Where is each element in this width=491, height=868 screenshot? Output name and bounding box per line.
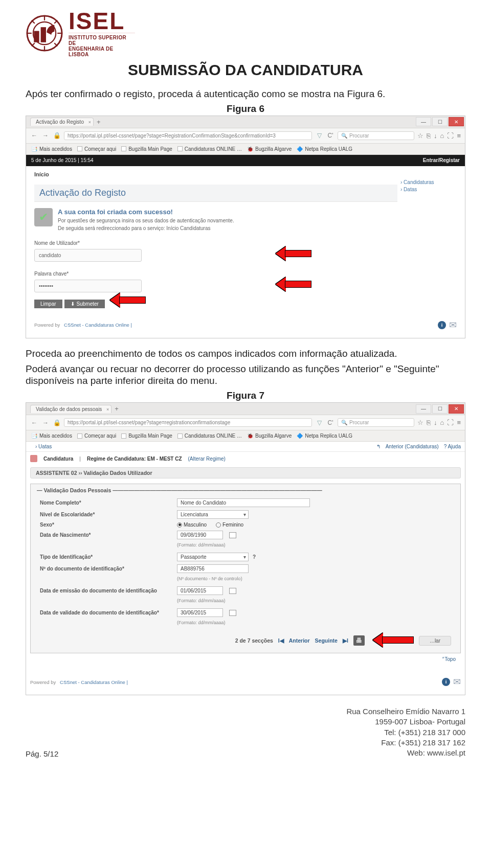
forward-icon[interactable]: → — [41, 419, 50, 427]
emissao-input[interactable] — [177, 586, 223, 595]
browser-tab[interactable]: Validação de dados pessoais × — [30, 405, 111, 413]
home-icon[interactable]: ⌂ — [440, 132, 444, 140]
page-number: Pág. 5/12 — [26, 749, 58, 758]
bookmark-item[interactable]: Bugzilla Main Page — [121, 146, 172, 152]
logo-sub2: ENGENHARIA DE LISBOA — [69, 46, 113, 57]
success-sub1: Por questões de segurança insira os seus… — [58, 218, 234, 223]
calendar-icon[interactable] — [229, 610, 236, 616]
reader-icon[interactable]: ▽ — [315, 131, 323, 140]
site-date: 5 de Junho de 2015 | 15:54 — [31, 157, 94, 163]
close-window-button[interactable]: ✕ — [449, 117, 464, 126]
address-input[interactable]: https://portal.ipl.pt/isel-cssnet/page?s… — [64, 131, 312, 140]
annotation-arrow-icon — [276, 247, 311, 260]
history-icon[interactable]: C' — [326, 131, 334, 140]
fullscreen-icon[interactable]: ⛶ — [447, 419, 454, 426]
bookmark-item[interactable]: Começar aqui — [77, 433, 116, 439]
close-tab-icon[interactable]: × — [88, 120, 91, 125]
bookmark-item[interactable]: 🐞 Bugzilla Algarve — [247, 433, 292, 439]
bookmark-item[interactable]: Começar aqui — [77, 146, 116, 152]
browser-tab[interactable]: Activação do Registo × — [30, 118, 94, 126]
bookmark-item[interactable]: 🔷 Netpa Replica UALG — [297, 146, 352, 152]
emissao-format-hint: (Formato: dd/mm/aaaa) — [177, 598, 451, 603]
calendar-icon[interactable] — [229, 588, 236, 594]
fullscreen-icon[interactable]: ⛶ — [447, 132, 454, 140]
cancel-button[interactable]: …lar — [419, 636, 451, 646]
pager-first-icon[interactable]: I◀ — [278, 637, 284, 644]
home-icon[interactable]: ⌂ — [440, 419, 444, 426]
maximize-button[interactable]: ☐ — [432, 404, 448, 414]
minimize-button[interactable]: — — [416, 404, 431, 414]
info-icon[interactable]: i — [438, 321, 446, 329]
calendar-icon[interactable] — [229, 532, 236, 538]
download-icon[interactable]: ↓ — [434, 132, 437, 140]
bookmark-item[interactable]: Candidaturas ONLINE … — [177, 146, 242, 152]
forward-icon[interactable]: → — [41, 131, 50, 140]
help-link[interactable]: ? Ajuda — [444, 444, 461, 449]
star-icon[interactable]: ☆ — [417, 419, 423, 426]
ndoc-input[interactable] — [177, 564, 249, 573]
login-link[interactable]: Entrar/Registar — [423, 157, 460, 163]
mail-icon[interactable]: ✉ — [449, 319, 457, 331]
search-input[interactable]: 🔍 Procurar — [338, 418, 414, 427]
crumb-regime: Regime de Candidatura: EM - MEST CZ — [87, 456, 182, 462]
bookmark-item[interactable]: 📑 Mais acedidos — [31, 433, 72, 439]
back-to-top-link[interactable]: Topo — [30, 653, 461, 665]
help-icon[interactable]: ? — [253, 554, 256, 560]
minimize-button[interactable]: — — [416, 117, 431, 126]
footer-city: 1959-007 Lisboa- Portugal — [346, 717, 465, 727]
cssnet-link[interactable]: CSSnet - Candidaturas Online | — [60, 679, 128, 685]
info-icon[interactable]: i — [442, 678, 450, 686]
alterar-regime-link[interactable]: (Alterar Regime) — [188, 456, 226, 462]
nivel-select[interactable]: Licenciatura — [177, 510, 249, 519]
new-tab-button[interactable]: + — [115, 405, 119, 413]
new-tab-button[interactable]: + — [97, 118, 101, 126]
maximize-button[interactable]: ☐ — [432, 117, 448, 126]
cssnet-link[interactable]: CSSnet - Candidaturas Online | — [64, 322, 132, 328]
menu-icon[interactable]: ≡ — [457, 419, 461, 426]
back-arrow-icon[interactable]: ↰ — [376, 444, 381, 449]
powered-by-label: Powered by — [34, 322, 60, 328]
history-icon[interactable]: C' — [326, 419, 334, 427]
pager-anterior-link[interactable]: Anterior — [289, 637, 310, 644]
bookmark-item[interactable]: 🐞 Bugzilla Algarve — [247, 146, 292, 152]
bookmark-item[interactable]: Bugzilla Main Page — [121, 433, 172, 439]
panel-title: Activação do Registo — [34, 185, 397, 202]
sexo-feminino-radio[interactable]: Feminino — [216, 522, 243, 528]
limpar-button[interactable]: Limpar — [34, 300, 62, 308]
password-label: Palavra chave* — [34, 271, 457, 277]
sidebar-item-datas[interactable]: Datas — [400, 187, 457, 192]
top-anterior-link[interactable]: Anterior (Candidaturas) — [386, 444, 439, 449]
pager-last-icon[interactable]: ▶I — [343, 637, 348, 644]
close-tab-icon[interactable]: × — [106, 407, 109, 412]
download-icon[interactable]: ↓ — [434, 419, 437, 426]
star-icon[interactable]: ☆ — [417, 132, 423, 140]
bookmark-item[interactable]: Candidaturas ONLINE … — [177, 433, 242, 439]
isel-emblem-icon — [26, 14, 63, 52]
tab-title: Activação do Registo — [36, 119, 84, 125]
browser-addressbar: ← → 🔒 https://portal.ipl.pt/isel-cssnet/… — [26, 415, 465, 430]
nascimento-input[interactable] — [177, 531, 223, 539]
sexo-masculino-radio[interactable]: Masculino — [177, 522, 207, 528]
tipoid-select[interactable]: Passaporte — [177, 553, 249, 561]
menu-icon[interactable]: ≡ — [457, 132, 461, 140]
close-window-button[interactable]: ✕ — [449, 404, 464, 414]
password-input[interactable] — [34, 280, 142, 292]
search-input[interactable]: 🔍 Procurar — [338, 131, 414, 140]
username-input[interactable] — [34, 249, 142, 262]
bookmark-item[interactable]: 🔷 Netpa Replica UALG — [297, 433, 352, 439]
nome-input[interactable] — [177, 498, 310, 507]
validade-label: Data de validade do documento de identif… — [40, 610, 173, 615]
bookmark-item[interactable]: 📑 Mais acedidos — [31, 146, 72, 152]
clipboard-icon[interactable]: ⎘ — [427, 419, 431, 426]
back-icon[interactable]: ← — [30, 131, 38, 140]
mail-icon[interactable]: ✉ — [453, 676, 461, 688]
validade-input[interactable] — [177, 608, 223, 617]
submeter-button[interactable]: ⬇Submeter — [64, 300, 105, 308]
back-icon[interactable]: ← — [30, 419, 38, 427]
address-input[interactable]: https://portal.ipl.pt/isel-cssnet/page?s… — [64, 418, 312, 427]
sidebar-item-candidaturas[interactable]: Candidaturas — [400, 179, 457, 185]
reader-icon[interactable]: ▽ — [315, 419, 323, 427]
print-icon[interactable]: 🖶 — [353, 635, 365, 646]
clipboard-icon[interactable]: ⎘ — [427, 132, 431, 140]
pager-seguinte-link[interactable]: Seguinte — [315, 637, 338, 644]
